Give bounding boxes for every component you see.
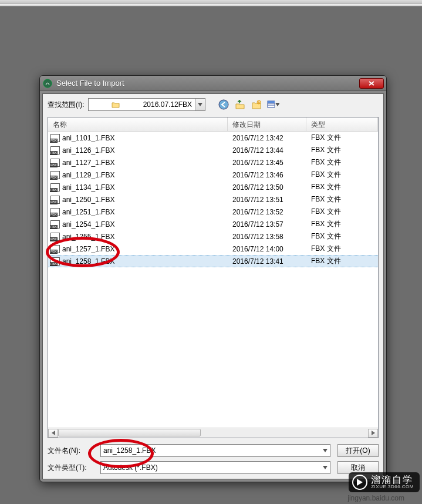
file-name: ani_1257_1.FBX [62, 245, 114, 253]
file-row[interactable]: ani_1134_1.FBX2016/7/12 13:50FBX 文件 [48, 181, 378, 193]
file-type: FBX 文件 [306, 244, 378, 254]
file-date: 2016/7/12 14:00 [228, 245, 306, 253]
file-type: FBX 文件 [306, 170, 378, 180]
file-row[interactable]: ani_1255_1.FBX2016/7/12 13:58FBX 文件 [48, 230, 378, 243]
file-row[interactable]: ani_1250_1.FBX2016/7/12 13:51FBX 文件 [48, 193, 378, 206]
watermark-sub: ZIXUE.3D66.COM [371, 485, 414, 490]
file-date: 2016/7/12 13:52 [228, 208, 306, 216]
app-icon [42, 78, 53, 89]
column-header-date[interactable]: 修改日期 [228, 117, 306, 131]
fbx-file-icon [50, 196, 60, 204]
file-date: 2016/7/12 13:44 [228, 146, 306, 154]
dialog-body: 查找范围(I): 2016.07.12FBX [42, 93, 384, 479]
file-name: ani_1101_1.FBX [62, 134, 114, 142]
bottom-panel: 文件名(N): ani_1258_1.FBX 打开(O) 文件类型(T): Au… [48, 444, 379, 474]
fbx-file-icon [50, 257, 60, 266]
file-rows: ani_1101_1.FBX2016/7/12 13:42FBX 文件ani_1… [48, 132, 378, 428]
svg-point-0 [43, 79, 52, 88]
file-list: 名称 修改日期 类型 ani_1101_1.FBX2016/7/12 13:42… [48, 117, 379, 438]
file-row[interactable]: ani_1129_1.FBX2016/7/12 13:46FBX 文件 [48, 169, 378, 181]
file-name: ani_1129_1.FBX [62, 171, 114, 179]
column-header-name[interactable]: 名称 [48, 117, 228, 131]
file-name: ani_1254_1.FBX [62, 220, 114, 229]
fbx-file-icon [50, 208, 60, 216]
chevron-down-icon[interactable] [195, 99, 205, 110]
watermark-main: 溜溜自学 [371, 475, 414, 485]
file-type: FBX 文件 [306, 194, 378, 204]
new-folder-button[interactable] [250, 98, 263, 111]
scroll-track[interactable] [58, 429, 368, 438]
horizontal-scrollbar[interactable] [48, 428, 378, 438]
watermark-bottom: jingyan.baidu.com [347, 494, 404, 502]
file-row[interactable]: ani_1257_1.FBX2016/7/12 14:00FBX 文件 [48, 243, 378, 255]
view-mode-button[interactable] [266, 98, 279, 111]
file-type: FBX 文件 [306, 157, 378, 167]
folder-name: 2016.07.12FBX [142, 100, 195, 109]
scroll-right-button[interactable] [368, 429, 378, 438]
file-date: 2016/7/12 13:42 [228, 134, 306, 142]
file-type: FBX 文件 [306, 219, 378, 229]
folder-combo[interactable]: 2016.07.12FBX [88, 98, 205, 111]
look-in-row: 查找范围(I): 2016.07.12FBX [48, 98, 379, 111]
fbx-file-icon [50, 183, 60, 191]
file-row[interactable]: ani_1126_1.FBX2016/7/12 13:44FBX 文件 [48, 144, 378, 156]
column-header-type[interactable]: 类型 [306, 117, 378, 131]
file-date: 2016/7/12 13:57 [228, 220, 306, 229]
fbx-file-icon [50, 134, 60, 142]
scroll-left-button[interactable] [48, 429, 58, 438]
file-row[interactable]: ani_1258_1.FBX2016/7/12 13:41FBX 文件 [48, 255, 378, 267]
filetype-value: Autodesk (*.FBX) [103, 463, 158, 472]
app-ruler [0, 4, 422, 6]
file-type: FBX 文件 [306, 133, 378, 143]
file-row[interactable]: ani_1101_1.FBX2016/7/12 13:42FBX 文件 [48, 132, 378, 144]
play-icon [352, 475, 367, 490]
svg-point-1 [219, 100, 228, 109]
file-name: ani_1250_1.FBX [62, 196, 114, 204]
file-name: ani_1126_1.FBX [62, 146, 114, 154]
filename-value: ani_1258_1.FBX [103, 446, 156, 455]
look-in-label: 查找范围(I): [48, 100, 85, 110]
dialog-title: Select File to Import [56, 79, 359, 88]
fbx-file-icon [50, 233, 60, 241]
close-button[interactable] [359, 78, 384, 89]
file-name: ani_1134_1.FBX [62, 183, 114, 191]
file-type: FBX 文件 [306, 145, 378, 155]
file-date: 2016/7/12 13:51 [228, 196, 306, 204]
file-row[interactable]: ani_1127_1.FBX2016/7/12 13:45FBX 文件 [48, 156, 378, 169]
file-row[interactable]: ani_1254_1.FBX2016/7/12 13:57FBX 文件 [48, 218, 378, 230]
file-name: ani_1127_1.FBX [62, 159, 114, 167]
import-dialog: Select File to Import 查找范围(I): 2016.07.1… [39, 75, 387, 482]
fbx-file-icon [50, 220, 60, 229]
file-type: FBX 文件 [306, 256, 378, 266]
file-date: 2016/7/12 13:41 [228, 257, 306, 266]
fbx-file-icon [50, 159, 60, 167]
list-header[interactable]: 名称 修改日期 类型 [48, 117, 378, 132]
filename-combo[interactable]: ani_1258_1.FBX [100, 444, 330, 457]
file-date: 2016/7/12 13:46 [228, 171, 306, 179]
fbx-file-icon [50, 171, 60, 179]
up-one-level-button[interactable] [234, 98, 247, 111]
nav-buttons [217, 98, 279, 111]
file-name: ani_1258_1.FBX [62, 257, 114, 266]
svg-rect-6 [268, 101, 275, 103]
open-button[interactable]: 打开(O) [337, 444, 379, 457]
file-name: ani_1255_1.FBX [62, 233, 114, 241]
titlebar[interactable]: Select File to Import [40, 76, 386, 91]
fbx-file-icon [50, 245, 60, 253]
file-type: FBX 文件 [306, 207, 378, 217]
folder-icon [89, 101, 142, 108]
filetype-combo[interactable]: Autodesk (*.FBX) [100, 461, 330, 474]
file-date: 2016/7/12 13:45 [228, 159, 306, 167]
fbx-file-icon [50, 146, 60, 154]
back-button[interactable] [217, 98, 230, 111]
file-type: FBX 文件 [306, 182, 378, 192]
filetype-label: 文件类型(T): [48, 463, 93, 473]
watermark-badge: 溜溜自学 ZIXUE.3D66.COM [349, 472, 420, 492]
filename-label: 文件名(N): [48, 446, 93, 456]
file-type: FBX 文件 [306, 231, 378, 241]
file-name: ani_1251_1.FBX [62, 208, 114, 216]
file-row[interactable]: ani_1251_1.FBX2016/7/12 13:52FBX 文件 [48, 206, 378, 218]
file-date: 2016/7/12 13:50 [228, 183, 306, 191]
scroll-thumb[interactable] [58, 429, 201, 436]
file-date: 2016/7/12 13:58 [228, 233, 306, 241]
